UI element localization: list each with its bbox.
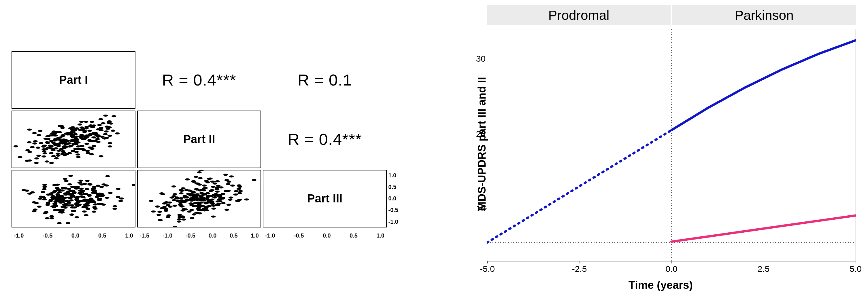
svg-point-558 — [228, 196, 233, 198]
svg-point-419 — [79, 193, 84, 195]
diag-part2-label: Part II — [183, 133, 215, 146]
svg-point-457 — [84, 214, 89, 216]
corr-r12: R = 0.4*** — [137, 51, 261, 109]
svg-point-453 — [132, 184, 135, 186]
svg-point-41 — [67, 142, 72, 144]
svg-point-422 — [32, 201, 36, 203]
svg-point-375 — [55, 187, 59, 189]
svg-point-495 — [157, 210, 162, 212]
svg-point-13 — [13, 145, 18, 147]
x-ticks-31: -1.0 -0.5 0.0 0.5 1.0 — [12, 232, 135, 239]
svg-point-652 — [189, 209, 194, 211]
svg-point-648 — [167, 201, 172, 203]
svg-point-1 — [36, 146, 40, 148]
tick: 30 — [476, 54, 486, 64]
svg-point-408 — [42, 186, 47, 188]
svg-point-88 — [18, 156, 23, 158]
svg-point-646 — [175, 196, 179, 198]
svg-point-425 — [61, 199, 65, 201]
svg-point-504 — [191, 180, 196, 182]
svg-point-318 — [85, 188, 89, 190]
svg-point-381 — [70, 204, 74, 206]
svg-point-456 — [68, 197, 73, 199]
svg-point-222 — [75, 139, 79, 141]
y-ticks-33: -1.0 -0.5 0.0 0.5 1.0 — [389, 170, 398, 227]
svg-point-228 — [68, 127, 73, 129]
diag-part1: Part I — [11, 51, 135, 109]
svg-point-426 — [105, 175, 110, 177]
svg-point-676 — [206, 205, 210, 207]
svg-point-314 — [55, 193, 60, 195]
tick: 1.0 — [389, 172, 397, 179]
tick: 2.5 — [757, 264, 770, 274]
svg-point-488 — [228, 198, 232, 200]
svg-point-568 — [158, 219, 163, 221]
svg-point-59 — [108, 142, 113, 144]
tick: -1.0 — [389, 219, 398, 225]
svg-point-6 — [36, 155, 41, 157]
svg-point-536 — [221, 202, 226, 204]
svg-point-109 — [53, 144, 58, 146]
svg-point-144 — [85, 126, 89, 128]
tick: 0.0 — [389, 195, 397, 202]
svg-point-597 — [202, 184, 207, 186]
svg-point-224 — [71, 130, 75, 132]
svg-point-555 — [237, 188, 241, 190]
svg-point-197 — [104, 137, 109, 139]
svg-point-540 — [173, 226, 177, 227]
svg-point-218 — [79, 136, 83, 138]
svg-point-11 — [39, 142, 43, 144]
svg-point-454 — [78, 190, 83, 192]
svg-point-143 — [49, 152, 54, 154]
svg-point-409 — [108, 192, 113, 194]
tick: 0.5 — [230, 232, 238, 239]
tick: -1.0 — [14, 232, 24, 239]
svg-point-211 — [91, 132, 96, 134]
svg-point-621 — [180, 201, 185, 203]
svg-point-129 — [56, 154, 61, 156]
svg-point-562 — [213, 182, 217, 184]
svg-point-316 — [77, 181, 82, 184]
tick: -0.5 — [389, 207, 398, 213]
svg-point-171 — [84, 120, 89, 122]
svg-point-443 — [49, 193, 53, 195]
corr-r13: R = 0.1 — [263, 51, 387, 109]
svg-point-346 — [83, 183, 87, 185]
svg-point-290 — [85, 180, 90, 182]
svg-point-207 — [51, 134, 55, 136]
svg-point-631 — [197, 212, 202, 214]
svg-point-413 — [119, 200, 123, 202]
svg-point-476 — [194, 176, 198, 178]
svg-point-133 — [103, 114, 108, 116]
svg-point-264 — [45, 217, 50, 219]
svg-point-665 — [211, 186, 216, 188]
svg-point-584 — [201, 199, 206, 201]
svg-point-223 — [104, 126, 109, 128]
svg-point-432 — [116, 188, 120, 190]
svg-point-651 — [166, 216, 170, 218]
diag-part3-label: Part III — [307, 192, 342, 205]
svg-point-626 — [200, 197, 204, 199]
svg-point-281 — [113, 208, 117, 209]
svg-point-605 — [155, 205, 160, 207]
svg-point-208 — [25, 149, 30, 151]
svg-point-629 — [226, 183, 230, 185]
svg-point-402 — [59, 209, 63, 211]
svg-point-177 — [56, 152, 60, 154]
svg-point-659 — [216, 203, 221, 205]
svg-point-499 — [197, 171, 202, 173]
svg-point-437 — [74, 202, 79, 204]
svg-point-210 — [73, 148, 78, 150]
svg-point-352 — [22, 189, 26, 191]
svg-point-632 — [181, 216, 185, 218]
svg-point-338 — [48, 200, 53, 202]
svg-point-678 — [188, 194, 193, 196]
svg-point-229 — [81, 148, 85, 150]
tick: -1.0 — [162, 232, 172, 239]
svg-point-387 — [70, 194, 74, 196]
svg-point-374 — [45, 202, 50, 204]
svg-point-405 — [60, 211, 65, 213]
svg-point-20 — [80, 126, 84, 128]
svg-point-225 — [61, 150, 65, 152]
svg-point-161 — [90, 121, 94, 123]
